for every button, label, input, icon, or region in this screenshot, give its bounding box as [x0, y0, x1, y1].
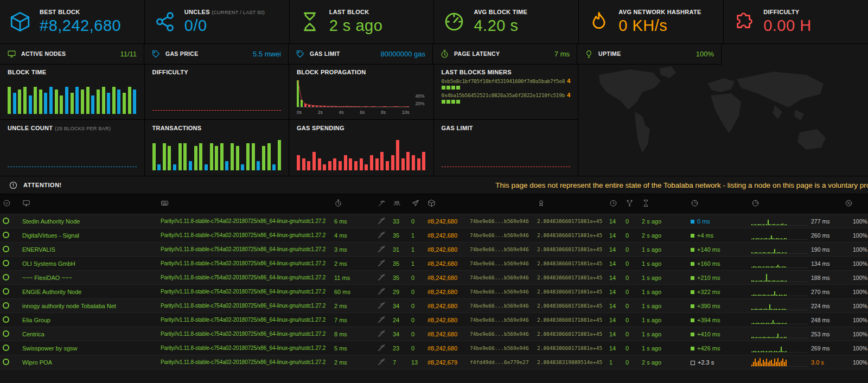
col-header-transactions[interactable] — [607, 194, 623, 214]
node-client-type: Parity//v1.11.8-stable-c754a02-20180725/… — [158, 242, 331, 257]
miner-block-count: 4 — [565, 78, 570, 84]
node-row[interactable]: Wipro POAParity//v1.11.8-stable-c754a02-… — [0, 355, 868, 369]
propagation-value: +322 ms — [697, 289, 720, 295]
propagation-sparkline — [751, 259, 808, 268]
sparkline-bar — [779, 239, 780, 239]
sparkline-bar — [784, 323, 785, 324]
col-header-client-type[interactable] — [158, 194, 331, 214]
sparkline-bar — [756, 362, 757, 366]
node-row[interactable]: CentricaParity//v1.11.8-stable-c754a02-2… — [0, 327, 868, 341]
sparkline-bar — [756, 238, 757, 239]
flame-icon — [588, 10, 610, 33]
node-mining-cell — [375, 271, 390, 285]
col-header-uptime[interactable] — [842, 194, 868, 214]
status-ok-icon — [3, 232, 9, 238]
col-header-uncles[interactable] — [623, 194, 639, 214]
col-header-peers[interactable] — [390, 194, 409, 214]
sparkline-bar — [761, 337, 762, 338]
node-name: Swisspower by sgsw — [20, 341, 158, 355]
col-header-latency[interactable] — [331, 194, 375, 214]
node-uptime: 100% — [842, 355, 868, 369]
card-label: LAST BLOCK — [329, 9, 383, 15]
node-row[interactable]: ~~~ FlexiDAO ~~~Parity//v1.11.8-stable-c… — [0, 271, 868, 285]
col-header-node-name[interactable] — [20, 194, 158, 214]
node-row[interactable]: innogy authority node Tobalaba NetParity… — [0, 299, 868, 313]
node-row[interactable]: Swisspower by sgswParity//v1.11.8-stable… — [0, 341, 868, 355]
sparkline-bar — [760, 295, 761, 296]
sparkline-bar — [763, 295, 764, 296]
node-client-type: Parity//v1.11.8-stable-c754a02-20180725/… — [158, 257, 331, 271]
col-header-mining[interactable] — [375, 194, 390, 214]
col-header-last-block-time[interactable] — [639, 194, 688, 214]
card-body: UNCLES (CURRENT / LAST 50)0/0 — [184, 9, 265, 35]
node-peers: 34 — [390, 299, 409, 313]
sparkline-bar — [771, 360, 772, 366]
node-row[interactable]: DigitalVirtues - SignalParity//v1.11.8-s… — [0, 228, 868, 242]
sparkline-bar — [782, 224, 783, 225]
node-txs: 14 — [607, 327, 623, 341]
sparkline-bar — [782, 323, 783, 324]
node-last-block: #8,242,680 — [425, 299, 467, 313]
sparkline-bar — [774, 267, 775, 267]
node-mining-cell — [375, 341, 390, 355]
sparkline-bar — [764, 267, 765, 267]
sparkline-bar — [756, 267, 757, 267]
propagation-sparkline — [751, 273, 808, 282]
stat-value: 7 ms — [554, 50, 570, 58]
sparkline-bar — [751, 309, 752, 310]
col-header-status[interactable] — [0, 194, 20, 214]
sparkline-bar — [756, 280, 757, 282]
not-mining-icon — [378, 217, 385, 225]
bar-chart — [152, 140, 282, 170]
propagation-value: +426 ms — [697, 345, 720, 352]
histogram-bar — [365, 106, 367, 107]
charts-grid: BLOCK TIMEDIFFICULTYBLOCK PROPAGATION40%… — [0, 64, 578, 176]
panel-title: GAS SPENDING — [297, 125, 426, 131]
col-header-propagation-time[interactable] — [688, 194, 749, 214]
sparkline-bar — [753, 253, 754, 253]
sparkline-bar — [766, 238, 767, 239]
col-header-last-block[interactable] — [425, 194, 467, 214]
node-peers: 23 — [390, 341, 409, 355]
node-pending: 0 — [409, 271, 425, 285]
node-propagation-history-cell — [749, 242, 808, 257]
node-row[interactable]: OLI Systems GmbHParity//v1.11.8-stable-c… — [0, 257, 868, 271]
card-value: #8,242,680 — [40, 17, 121, 35]
node-row[interactable]: ENGIE Authority NodeParity//v1.11.8-stab… — [0, 285, 868, 299]
chart-bar — [267, 143, 271, 170]
histogram-bar — [395, 106, 398, 107]
col-header-avg-propagation[interactable] — [808, 194, 842, 214]
sparkline-bar — [777, 334, 778, 339]
sparkline-bar — [764, 252, 765, 253]
node-row[interactable]: Elia GroupParity//v1.11.8-stable-c754a02… — [0, 313, 868, 327]
node-row[interactable]: Stedin Authority NodeParity//v1.11.8-sta… — [0, 214, 868, 228]
node-peers: 24 — [390, 313, 409, 327]
sparkline-bar — [784, 281, 785, 282]
col-header-pending-txs[interactable] — [409, 194, 425, 214]
propagation-curve — [297, 79, 410, 107]
panel-title: GAS LIMIT — [442, 125, 571, 131]
node-block-hash: 74be9e66...b569e946 — [467, 285, 534, 299]
node-peers: 35 — [390, 271, 409, 285]
col-header-block-hash[interactable] — [467, 194, 534, 214]
node-pending: 13 — [409, 355, 425, 369]
node-uncles: 0 — [623, 285, 639, 299]
miner-entry: 0x4ba15b56452521c0826a35a6f2022e1210fc51… — [442, 92, 571, 98]
sparkline-bar — [771, 323, 772, 324]
node-propagation-history-cell — [749, 327, 808, 341]
sparkline-bar — [769, 304, 770, 310]
col-header-propagation-history[interactable] — [749, 194, 808, 214]
sparkline-bar — [774, 323, 775, 324]
chart-bar — [422, 152, 425, 170]
col-header-total-difficulty[interactable] — [534, 194, 607, 214]
node-row[interactable]: ENERVALISParity//v1.11.8-stable-c754a02-… — [0, 242, 868, 257]
certificate-icon — [537, 199, 545, 207]
node-block-hash: 74be9e66...b569e946 — [467, 228, 534, 242]
card-label: AVG NETWORK HASHRATE — [618, 9, 701, 15]
panel-transactions: TRANSACTIONS — [145, 120, 290, 176]
sparkline-bar — [758, 266, 759, 267]
node-status — [0, 271, 20, 285]
sparkline-bar — [761, 309, 762, 310]
mined-block-square — [446, 100, 450, 104]
node-avg-propagation: 253 ms — [808, 327, 842, 341]
